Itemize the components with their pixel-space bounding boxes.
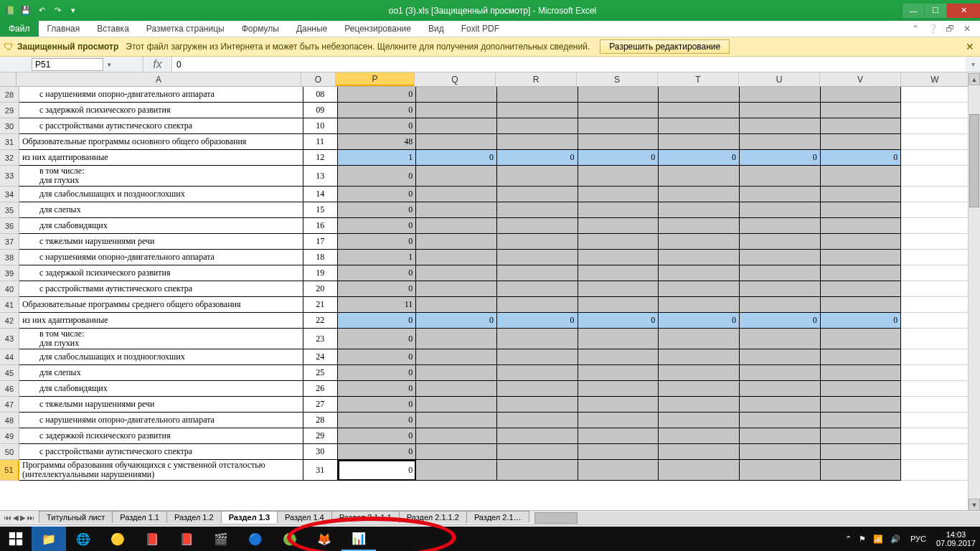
- sheet-tab[interactable]: Раздел 2.1…: [466, 511, 529, 523]
- cell-r[interactable]: [497, 250, 578, 265]
- cell-s[interactable]: [578, 265, 659, 281]
- sheet-tab[interactable]: Раздел 1.1: [112, 511, 167, 523]
- cell-v[interactable]: [821, 460, 902, 481]
- horizontal-scrollbar[interactable]: [534, 512, 980, 524]
- cell-a[interactable]: для слабослышащих и позднооглохших: [19, 349, 303, 365]
- col-header-U[interactable]: U: [739, 72, 820, 86]
- qat-dropdown-icon[interactable]: ▾: [67, 5, 79, 17]
- cell-q[interactable]: [416, 281, 497, 297]
- cell-s[interactable]: [578, 297, 659, 313]
- col-header-T[interactable]: T: [658, 72, 739, 86]
- cell-t[interactable]: [659, 365, 740, 381]
- cell-o[interactable]: 08: [303, 87, 338, 103]
- cell-v[interactable]: [821, 87, 902, 103]
- cell-r[interactable]: 0: [497, 150, 578, 166]
- tab-nav-first-icon[interactable]: ⏮: [4, 514, 11, 522]
- cell-a[interactable]: в том числе: для глухих: [19, 166, 303, 187]
- cell-w[interactable]: [901, 381, 969, 397]
- cell-v[interactable]: [821, 265, 902, 281]
- cell-w[interactable]: [901, 444, 969, 460]
- cell-s[interactable]: [578, 397, 659, 413]
- cell-p[interactable]: 0: [338, 265, 417, 281]
- row-header[interactable]: 36: [0, 218, 19, 234]
- cell-q[interactable]: [416, 87, 497, 103]
- cell-u[interactable]: [740, 234, 821, 250]
- cell-o[interactable]: 15: [303, 202, 338, 218]
- row-header[interactable]: 51: [0, 460, 19, 481]
- cell-a[interactable]: с нарушениями опорно-двигательного аппар…: [19, 87, 303, 103]
- cell-u[interactable]: [740, 103, 821, 118]
- cell-q[interactable]: [416, 329, 497, 349]
- cell-t[interactable]: [659, 103, 740, 118]
- cell-w[interactable]: [901, 397, 969, 413]
- cell-u[interactable]: [740, 265, 821, 281]
- scroll-up-icon[interactable]: ▲: [969, 73, 980, 85]
- workbook-close-icon[interactable]: ✕: [961, 23, 973, 34]
- tray-volume-icon[interactable]: 🔊: [890, 534, 900, 544]
- cell-w[interactable]: [901, 313, 969, 329]
- cell-r[interactable]: [497, 444, 578, 460]
- cell-p[interactable]: 0: [338, 381, 417, 397]
- cell-s[interactable]: [578, 413, 659, 428]
- cell-a[interactable]: с расстройствами аутистического спектра: [19, 281, 303, 297]
- cell-w[interactable]: [901, 218, 969, 234]
- cell-q[interactable]: [416, 460, 497, 481]
- cell-q[interactable]: [416, 265, 497, 281]
- cell-v[interactable]: [821, 103, 902, 118]
- row-header[interactable]: 31: [0, 134, 19, 150]
- taskbar-explorer-icon[interactable]: 📁: [32, 527, 66, 551]
- cell-o[interactable]: 29: [303, 428, 338, 444]
- cell-u[interactable]: [740, 460, 821, 481]
- cell-w[interactable]: [901, 413, 969, 428]
- cell-w[interactable]: [901, 150, 969, 166]
- taskbar-ie-icon[interactable]: 🌐: [66, 527, 100, 551]
- cell-t[interactable]: [659, 460, 740, 481]
- cell-q[interactable]: [416, 349, 497, 365]
- row-header[interactable]: 45: [0, 365, 19, 381]
- col-header-Q[interactable]: Q: [415, 72, 496, 86]
- cell-p[interactable]: 0: [338, 202, 417, 218]
- cell-q[interactable]: [416, 365, 497, 381]
- cell-q[interactable]: [416, 250, 497, 265]
- sheet-tab[interactable]: Раздел 2.1.1.2: [399, 511, 467, 523]
- cell-r[interactable]: [497, 329, 578, 349]
- cell-q[interactable]: [416, 234, 497, 250]
- tray-network-icon[interactable]: 📶: [873, 534, 883, 544]
- row-header[interactable]: 30: [0, 118, 19, 134]
- cell-s[interactable]: [578, 329, 659, 349]
- cell-p[interactable]: 0: [338, 187, 417, 202]
- cell-s[interactable]: [578, 87, 659, 103]
- cell-q[interactable]: [416, 118, 497, 134]
- cell-s[interactable]: [578, 365, 659, 381]
- col-header-P[interactable]: P: [336, 72, 415, 86]
- close-button[interactable]: ✕: [947, 4, 980, 18]
- cell-r[interactable]: [497, 187, 578, 202]
- cell-a[interactable]: для слабовидящих: [19, 381, 303, 397]
- cell-t[interactable]: [659, 118, 740, 134]
- save-icon[interactable]: 💾: [20, 5, 32, 17]
- cell-u[interactable]: [740, 134, 821, 150]
- cell-a[interactable]: с задержкой психического развития: [19, 103, 303, 118]
- cell-o[interactable]: 13: [303, 166, 338, 187]
- tray-arrow-icon[interactable]: ⌃: [845, 534, 852, 544]
- cell-p[interactable]: 0: [338, 428, 417, 444]
- tab-nav-last-icon[interactable]: ⏭: [27, 514, 34, 522]
- cell-o[interactable]: 30: [303, 444, 338, 460]
- cell-t[interactable]: [659, 166, 740, 187]
- cell-s[interactable]: [578, 250, 659, 265]
- cell-q[interactable]: [416, 187, 497, 202]
- cell-a[interactable]: для слабовидящих: [19, 218, 303, 234]
- cell-u[interactable]: [740, 349, 821, 365]
- cell-p[interactable]: 0: [338, 460, 417, 481]
- cell-t[interactable]: 0: [659, 313, 740, 329]
- cell-s[interactable]: [578, 103, 659, 118]
- protected-view-text[interactable]: Этот файл загружен из Интернета и может …: [126, 42, 590, 52]
- cell-q[interactable]: [416, 397, 497, 413]
- cell-a[interactable]: с тяжелыми нарушениями речи: [19, 397, 303, 413]
- scroll-down-icon[interactable]: ▼: [969, 499, 980, 511]
- cell-r[interactable]: [497, 234, 578, 250]
- cell-t[interactable]: [659, 202, 740, 218]
- cell-q[interactable]: [416, 202, 497, 218]
- cell-p[interactable]: 48: [338, 134, 417, 150]
- cell-s[interactable]: [578, 166, 659, 187]
